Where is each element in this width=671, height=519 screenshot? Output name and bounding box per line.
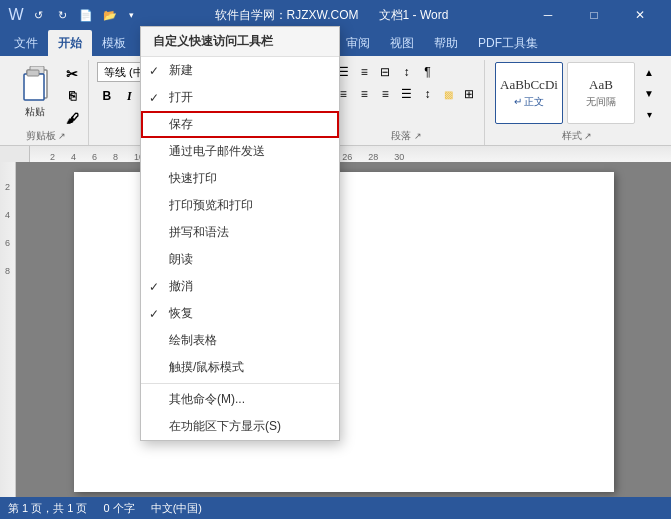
quick-access-toolbar: W ↺ ↻ 📄 📂 ▾: [8, 5, 138, 25]
tab-home[interactable]: 开始: [48, 30, 92, 56]
sort-button[interactable]: ↕: [396, 62, 416, 82]
clipboard-content: 粘贴 ✂ ⎘ 🖌: [10, 60, 82, 131]
menu-item-draw-table[interactable]: 绘制表格: [141, 327, 339, 354]
menu-item-save[interactable]: 保存: [141, 111, 339, 138]
styles-container: AaBbCcDi ↵ 正文 AaB 无间隔 ▲ ▼ ▾: [495, 60, 659, 124]
check-redo: ✓: [149, 307, 159, 321]
dropdown-header: 自定义快速访问工具栏: [141, 27, 339, 57]
borders-button[interactable]: ⊞: [459, 84, 479, 104]
redo-button[interactable]: ↻: [52, 5, 72, 25]
tab-template[interactable]: 模板: [92, 30, 136, 56]
copy-button[interactable]: ⎘: [62, 86, 82, 106]
qat-customize-menu[interactable]: 自定义快速访问工具栏 ✓ 新建 ✓ 打开 保存 通过电子邮件发送 快速打印 打印…: [140, 26, 340, 441]
vertical-ruler: 2468: [0, 162, 16, 497]
page-count: 第 1 页，共 1 页: [8, 501, 87, 516]
numbering-button[interactable]: ≡: [354, 62, 374, 82]
check-undo: ✓: [149, 280, 159, 294]
word-count: 0 个字: [103, 501, 134, 516]
window-controls: ─ □ ✕: [525, 0, 663, 30]
menu-item-redo[interactable]: ✓ 恢复: [141, 300, 339, 327]
open-button[interactable]: 📂: [100, 5, 120, 25]
menu-item-read-aloud[interactable]: 朗读: [141, 246, 339, 273]
align-center-button[interactable]: ≡: [354, 84, 374, 104]
title-text: 软件自学网：RJZXW.COM 文档1 - Word: [138, 7, 525, 24]
menu-item-open[interactable]: ✓ 打开: [141, 84, 339, 111]
styles-more[interactable]: ▾: [639, 104, 659, 124]
cut-button[interactable]: ✂: [62, 64, 82, 84]
styles-scroll-down[interactable]: ▼: [639, 83, 659, 103]
status-bar: 第 1 页，共 1 页 0 个字 中文(中国): [0, 497, 671, 519]
show-marks-button[interactable]: ¶: [417, 62, 437, 82]
clipboard-group: 粘贴 ✂ ⎘ 🖌 剪贴板 ↗: [4, 60, 89, 145]
menu-separator: [141, 383, 339, 384]
minimize-button[interactable]: ─: [525, 0, 571, 30]
undo-button[interactable]: ↺: [28, 5, 48, 25]
paste-icon: [17, 65, 53, 105]
multilevel-button[interactable]: ⊟: [375, 62, 395, 82]
tab-help[interactable]: 帮助: [424, 30, 468, 56]
tab-file[interactable]: 文件: [4, 30, 48, 56]
app-icon: W: [8, 7, 24, 23]
paragraph-group: ☰ ≡ ⊟ ↕ ¶ ≡ ≡ ≡ ☰ ↕ ▩ ⊞ 段落 ↗: [329, 60, 485, 145]
page-area[interactable]: [16, 162, 671, 497]
paste-button[interactable]: 粘贴: [10, 62, 60, 122]
para-row-2: ≡ ≡ ≡ ☰ ↕ ▩ ⊞: [333, 84, 479, 104]
italic-button[interactable]: I: [120, 86, 140, 106]
style-normal[interactable]: AaBbCcDi ↵ 正文: [495, 62, 563, 124]
language: 中文(中国): [151, 501, 202, 516]
svg-rect-2: [24, 74, 44, 100]
style-no-spacing[interactable]: AaB 无间隔: [567, 62, 635, 124]
ruler-corner: [0, 146, 30, 162]
menu-item-new[interactable]: ✓ 新建: [141, 57, 339, 84]
horizontal-ruler: 24681012141618202224262830: [30, 146, 671, 162]
styles-label: 样式 ↗: [562, 129, 593, 143]
close-button[interactable]: ✕: [617, 0, 663, 30]
menu-item-print-preview[interactable]: 打印预览和打印: [141, 192, 339, 219]
paragraph-label: 段落 ↗: [391, 129, 422, 143]
new-button[interactable]: 📄: [76, 5, 96, 25]
tab-pdf[interactable]: PDF工具集: [468, 30, 548, 56]
para-row-1: ☰ ≡ ⊟ ↕ ¶: [333, 62, 479, 82]
justify-button[interactable]: ☰: [396, 84, 416, 104]
line-spacing-button[interactable]: ↕: [417, 84, 437, 104]
menu-item-undo[interactable]: ✓ 撤消: [141, 273, 339, 300]
styles-scroll-up[interactable]: ▲: [639, 62, 659, 82]
menu-item-spelling[interactable]: 拼写和语法: [141, 219, 339, 246]
check-open: ✓: [149, 91, 159, 105]
site-label: 软件自学网：RJZXW.COM: [215, 8, 359, 22]
maximize-button[interactable]: □: [571, 0, 617, 30]
tab-review[interactable]: 审阅: [336, 30, 380, 56]
menu-item-email[interactable]: 通过电子邮件发送: [141, 138, 339, 165]
qat-dropdown-arrow[interactable]: ▾: [124, 5, 138, 25]
menu-item-quick-print[interactable]: 快速打印: [141, 165, 339, 192]
menu-item-touch-mode[interactable]: 触摸/鼠标模式: [141, 354, 339, 381]
menu-item-more-commands[interactable]: 其他命令(M)...: [141, 386, 339, 413]
align-right-button[interactable]: ≡: [375, 84, 395, 104]
styles-group: AaBbCcDi ↵ 正文 AaB 无间隔 ▲ ▼ ▾ 样式 ↗: [487, 60, 667, 145]
paste-label: 粘贴: [25, 105, 45, 119]
clipboard-label: 剪贴板 ↗: [26, 129, 67, 143]
shading-button[interactable]: ▩: [438, 84, 458, 104]
check-new: ✓: [149, 64, 159, 78]
svg-rect-3: [27, 70, 39, 76]
format-painter-button[interactable]: 🖌: [62, 108, 82, 128]
document-title: 文档1 - Word: [379, 8, 449, 22]
tab-view[interactable]: 视图: [380, 30, 424, 56]
menu-item-show-below[interactable]: 在功能区下方显示(S): [141, 413, 339, 440]
bold-button[interactable]: B: [97, 86, 117, 106]
app-window: W ↺ ↻ 📄 📂 ▾ 软件自学网：RJZXW.COM 文档1 - Word ─…: [0, 0, 671, 519]
